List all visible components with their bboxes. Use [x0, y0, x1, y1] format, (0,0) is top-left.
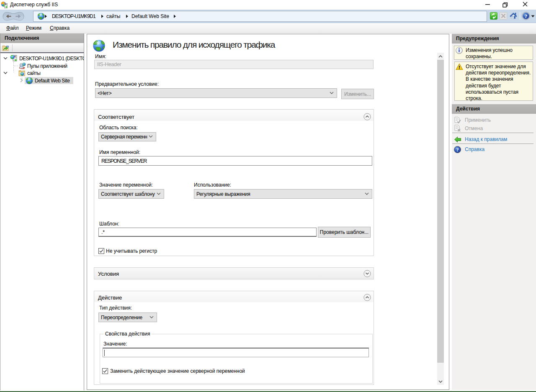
svg-text:?: ?: [456, 147, 459, 152]
svg-text:?: ?: [525, 13, 528, 19]
